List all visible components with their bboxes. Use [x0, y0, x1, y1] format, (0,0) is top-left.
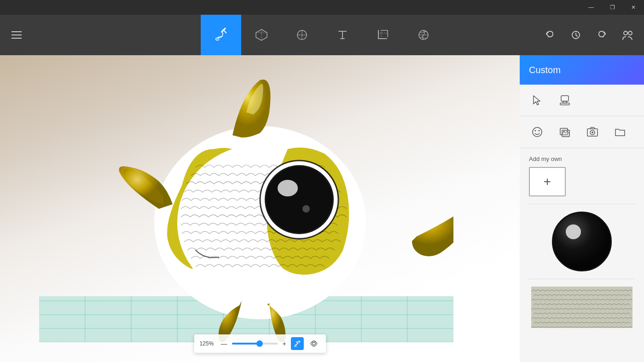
main-toolbar	[0, 15, 644, 55]
cursor-icon	[531, 94, 544, 107]
svg-rect-31	[561, 96, 569, 101]
stamp-tool-button[interactable]	[557, 92, 573, 109]
2d-shapes-button[interactable]	[282, 15, 322, 55]
panel-title: Custom	[529, 65, 561, 75]
svg-point-27	[278, 180, 298, 196]
share-icon	[621, 29, 634, 41]
hamburger-line-3	[12, 38, 22, 39]
close-button[interactable]: ✕	[623, 0, 644, 15]
svg-point-30	[313, 342, 315, 345]
emoji-button[interactable]	[529, 124, 545, 140]
zoom-percentage: 125%	[199, 340, 216, 347]
image-overlay-icon	[558, 126, 571, 138]
history-icon	[570, 29, 581, 40]
stamp-icon	[558, 94, 571, 107]
undo-button[interactable]	[539, 24, 561, 46]
folder-button[interactable]	[612, 124, 628, 140]
eye-texture-preview	[552, 212, 612, 271]
svg-point-26	[266, 167, 332, 233]
toolbar-left	[0, 15, 28, 55]
svg-point-28	[302, 205, 310, 213]
brush-icon	[214, 28, 228, 42]
minimize-button[interactable]: —	[580, 0, 602, 15]
zoom-in-button[interactable]: +	[281, 340, 287, 347]
redo-button[interactable]	[591, 24, 613, 46]
add-texture-button[interactable]: +	[529, 167, 566, 196]
panel-header: Custom	[520, 55, 644, 85]
svg-point-39	[563, 131, 565, 132]
emoji-icon	[531, 126, 544, 138]
svg-point-35	[535, 130, 536, 132]
crop-icon	[376, 28, 390, 42]
add-my-own-label: Add my own	[529, 155, 635, 162]
eye-view-button[interactable]	[307, 337, 320, 350]
3d-shapes-icon	[254, 28, 269, 42]
zoom-slider-thumb[interactable]	[256, 340, 262, 347]
photo-button[interactable]	[584, 124, 601, 140]
scale-texture-item[interactable]	[529, 287, 635, 328]
2d-shapes-icon	[295, 28, 309, 42]
maximize-button[interactable]: ❐	[602, 0, 623, 15]
svg-point-0	[215, 38, 219, 40]
svg-point-5	[624, 31, 627, 35]
hamburger-line-1	[12, 31, 22, 32]
fish-illustration	[39, 57, 453, 342]
hamburger-menu-button[interactable]	[6, 24, 28, 46]
eye-texture-item[interactable]	[529, 212, 635, 271]
undo-icon	[545, 29, 556, 40]
svg-rect-43	[531, 287, 632, 328]
toolbar-right	[539, 15, 644, 55]
svg-rect-38	[562, 130, 569, 137]
eye-highlight	[566, 224, 580, 239]
svg-point-34	[533, 127, 542, 137]
3d-shapes-button[interactable]	[241, 15, 282, 55]
svg-point-29	[295, 345, 296, 347]
paint-view-button[interactable]	[291, 337, 304, 350]
main-canvas[interactable]: 125% — +	[0, 55, 520, 362]
divider-2	[529, 279, 635, 279]
cursor-tool-button[interactable]	[529, 92, 545, 109]
panel-icons-row-2	[520, 116, 644, 148]
zoom-slider-fill	[232, 343, 259, 345]
titlebar: — ❐ ✕	[0, 0, 644, 15]
toolbar-tools	[201, 15, 444, 55]
paint-brush-small-icon	[294, 340, 301, 347]
panel-icons-row-1	[520, 85, 644, 116]
svg-rect-33	[560, 103, 569, 105]
panel-content: Add my own +	[520, 148, 644, 362]
eye-icon	[310, 339, 318, 348]
share-button[interactable]	[616, 24, 638, 46]
zoom-out-button[interactable]: —	[220, 340, 228, 347]
effects-icon	[416, 28, 431, 42]
effects-button[interactable]	[403, 15, 444, 55]
right-panel: Custom	[520, 55, 644, 362]
svg-point-6	[628, 31, 632, 35]
redo-icon	[596, 29, 607, 40]
image-overlay-button[interactable]	[557, 124, 573, 140]
brush-tool-button[interactable]	[201, 15, 241, 55]
hamburger-line-2	[12, 34, 22, 35]
folder-icon	[614, 126, 627, 138]
zoom-slider[interactable]	[232, 343, 278, 345]
photo-icon	[586, 126, 599, 138]
svg-point-42	[592, 132, 593, 133]
scale-texture-preview	[531, 287, 632, 328]
divider-1	[529, 204, 635, 204]
svg-point-36	[539, 130, 540, 132]
status-bar: 125% — +	[194, 334, 325, 353]
text-tool-button[interactable]	[322, 15, 363, 55]
crop-tool-button[interactable]	[363, 15, 403, 55]
text-icon	[335, 28, 350, 42]
history-button[interactable]	[565, 24, 587, 46]
scale-pattern-svg	[531, 287, 632, 328]
